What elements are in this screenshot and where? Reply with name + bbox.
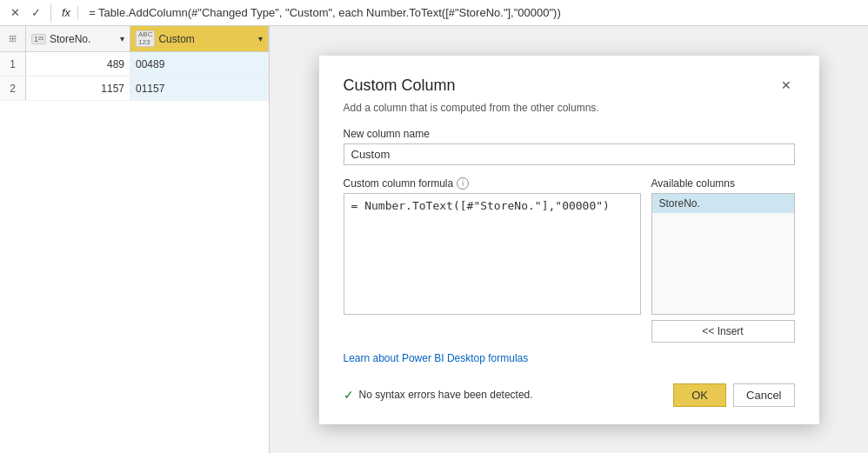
data-cell-custom-1: 00489 bbox=[130, 52, 269, 76]
new-column-label: New column name bbox=[344, 128, 795, 140]
col-header-storeno-label: StoreNo. bbox=[50, 33, 90, 45]
available-columns-box: StoreNo. bbox=[651, 193, 795, 315]
learn-link[interactable]: Learn about Power BI Desktop formulas bbox=[344, 352, 529, 364]
formula-text: = Table.AddColumn(#"Changed Type", "Cust… bbox=[82, 6, 863, 19]
confirm-formula-icon[interactable]: ✓ bbox=[26, 3, 45, 23]
status-message: ✓ No syntax errors have been detected. bbox=[344, 388, 533, 402]
formula-label: Custom column formula i bbox=[344, 177, 641, 190]
status-text: No syntax errors have been detected. bbox=[359, 389, 533, 401]
custom-column-dialog: Custom Column ✕ Add a column that is com… bbox=[319, 56, 819, 424]
col-header-custom[interactable]: ABC123 Custom ▾ bbox=[130, 26, 269, 51]
table-header-row: ⊞ 1²³ StoreNo. ▾ ABC123 Custom ▾ bbox=[0, 26, 269, 52]
grid-icon: ⊞ bbox=[9, 33, 17, 44]
formula-textarea[interactable]: = Number.ToText([#"StoreNo."],"00000") bbox=[344, 193, 641, 315]
fx-label: fx bbox=[55, 6, 78, 19]
formula-bar: ✕ ✓ fx = Table.AddColumn(#"Changed Type"… bbox=[0, 0, 868, 26]
col-header-storeno[interactable]: 1²³ StoreNo. ▾ bbox=[26, 26, 130, 51]
custom-dropdown-icon[interactable]: ▾ bbox=[258, 34, 263, 43]
data-cell-custom-2: 01157 bbox=[130, 77, 269, 100]
row-num-1: 1 bbox=[0, 52, 26, 76]
formula-section-left: Custom column formula i = Number.ToText(… bbox=[344, 177, 641, 343]
data-cell-storeno-1: 489 bbox=[26, 52, 130, 76]
formula-section: Custom column formula i = Number.ToText(… bbox=[344, 177, 795, 343]
row-num-2: 2 bbox=[0, 77, 26, 100]
storeno-type-badge: 1²³ bbox=[31, 34, 46, 44]
custom-type-badge: ABC123 bbox=[136, 30, 155, 48]
new-column-name-input[interactable] bbox=[344, 143, 795, 165]
data-cell-storeno-2: 1157 bbox=[26, 77, 130, 100]
insert-button[interactable]: << Insert bbox=[651, 320, 795, 343]
col-header-custom-label: Custom bbox=[158, 33, 194, 45]
dialog-title: Custom Column bbox=[344, 77, 456, 95]
table-row: 2 1157 01157 bbox=[0, 77, 269, 101]
available-columns-label: Available columns bbox=[651, 177, 795, 190]
row-num-header: ⊞ bbox=[0, 26, 26, 51]
dialog-close-button[interactable]: ✕ bbox=[778, 77, 795, 94]
formula-bar-icons: ✕ ✓ bbox=[5, 3, 51, 23]
formula-section-right: Available columns StoreNo. << Insert bbox=[651, 177, 795, 343]
cancel-formula-icon[interactable]: ✕ bbox=[5, 3, 24, 23]
dialog-subtitle: Add a column that is computed from the o… bbox=[344, 102, 795, 114]
footer-buttons: OK Cancel bbox=[673, 383, 794, 407]
formula-info-icon[interactable]: i bbox=[457, 177, 469, 190]
check-icon: ✓ bbox=[344, 388, 354, 402]
table-row: 1 489 00489 bbox=[0, 52, 269, 77]
main-layout: ⊞ 1²³ StoreNo. ▾ ABC123 Custom ▾ 1 489 0… bbox=[0, 26, 868, 453]
right-panel: Custom Column ✕ Add a column that is com… bbox=[270, 26, 868, 453]
storeno-dropdown-icon[interactable]: ▾ bbox=[120, 34, 124, 43]
dialog-footer: ✓ No syntax errors have been detected. O… bbox=[344, 383, 795, 407]
cancel-button[interactable]: Cancel bbox=[733, 383, 794, 407]
left-panel: ⊞ 1²³ StoreNo. ▾ ABC123 Custom ▾ 1 489 0… bbox=[0, 26, 270, 453]
ok-button[interactable]: OK bbox=[673, 383, 726, 407]
dialog-title-bar: Custom Column ✕ bbox=[344, 77, 795, 95]
available-column-item-storeno[interactable]: StoreNo. bbox=[652, 194, 794, 213]
